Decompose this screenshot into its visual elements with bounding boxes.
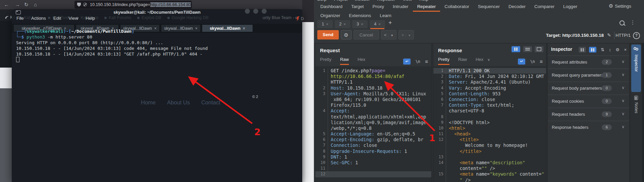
repeater-tab-1[interactable]: 1× [317,20,333,28]
burp-menu-intruder[interactable]: Intruder [355,0,370,2]
tab-decoder[interactable]: Decoder [504,2,530,11]
editor-line[interactable]: 5Accept-Language: en-US,en;q=0.5 [315,131,431,137]
add-tab-button[interactable]: + [388,19,392,26]
tab-organizer[interactable]: Organizer [316,11,344,20]
editor-line[interactable]: 9<!DOCTYPE html> [433,120,546,125]
editor-line[interactable]: </title> [433,149,546,154]
editor-line[interactable]: 6Accept-Encoding: gzip, deflate, br [315,137,431,143]
inspector-section-response-headers[interactable]: Response headers6∨ [548,121,629,134]
burp-menu-project[interactable]: Project [334,0,347,2]
browser-page-sliver[interactable] [302,22,315,182]
chevron-down-icon[interactable]: ∨ [622,72,625,77]
close-tab-icon[interactable]: × [243,26,245,31]
close-tab-icon[interactable]: × [343,22,345,26]
terminal-menu-help[interactable]: Help [86,16,95,21]
layout-columns-button[interactable] [512,46,520,52]
url-text[interactable]: 10.150.150.18/index.php?page=http://10.6… [90,1,191,9]
chevron-down-icon[interactable]: ∨ [622,111,625,116]
insecure-connection-icon[interactable] [83,3,87,6]
back-icon[interactable]: ← [4,1,9,8]
editor-line[interactable]: 10<html> [433,125,546,131]
reload-icon[interactable]: ↻ [24,1,29,8]
send-button[interactable]: Send [317,30,339,39]
word-wrap-icon[interactable]: ↵ [403,59,411,65]
tab-collaborator[interactable]: Collaborator [440,2,474,11]
chevron-down-icon[interactable]: ∨ [622,98,625,103]
tab-target[interactable]: Target [347,2,368,11]
previous-request-button[interactable]: <▼ [381,30,396,39]
editor-line[interactable]: http://10.66.66.154:80/afaf [315,74,431,79]
close-tab-icon[interactable]: × [326,22,328,26]
maximize-button[interactable] [253,9,258,14]
layout-rows-button[interactable] [523,46,532,52]
settings-button[interactable]: ⚙Settings [609,3,631,9]
terminal-output[interactable]: ┌──(skywalker⊛kali)-[~/Documents/PwnTill… [16,28,208,63]
burp-menu-burp[interactable]: Burp [317,0,326,2]
editor-line[interactable]: 9DNT: 1 [315,154,431,160]
editor-line[interactable]: content="" /> [433,166,546,171]
home-icon[interactable]: ⌂ [34,1,37,8]
tab-intruder[interactable]: Intruder [388,2,413,11]
inspector-section-request-cookies[interactable]: Request cookies0∨ [548,95,629,108]
editor-line[interactable]: 4Accept: [315,108,431,114]
gear-icon[interactable]: ⚙ [615,47,620,52]
editor-line[interactable]: 12 <title> [433,137,546,143]
tab-proxy[interactable]: Proxy [368,2,389,11]
request-editor[interactable]: 1GET /index.php?page=http://10.66.66.154… [315,66,431,182]
tab-dashboard[interactable]: Dashboard [316,2,347,11]
tab-hex[interactable]: Hex [358,57,365,64]
editor-line[interactable]: " /> [433,177,546,182]
editor-line[interactable]: 11 <head> [433,131,546,137]
tab-raw[interactable]: Raw [458,57,467,64]
tab-extensions[interactable]: Extensions [344,11,375,20]
editor-line[interactable]: lication/xml;q=0.9,image/avif,image [315,120,431,125]
terminal-menu-file[interactable]: File [16,16,24,21]
tab-comparer[interactable]: Comparer [530,2,559,11]
response-editor[interactable]: 1HTTP/1.1 200 OK2Date: Fri, 14 Jun 2024 … [433,66,546,182]
editor-line[interactable]: 1GET /index.php?page= [315,68,431,74]
tab-raw[interactable]: Raw [340,57,349,65]
editor-line[interactable]: 6Connection: close [433,97,546,102]
editor-line[interactable]: 10Sec-GPC: 1 [315,160,431,166]
editor-line[interactable]: 8 [433,114,546,120]
editor-menu-icon[interactable]: ≡ [425,59,428,64]
help-icon[interactable]: ? [633,32,640,39]
editor-line[interactable]: x86_64; rv:109.0) Gecko/20100101 [315,97,431,102]
chevron-down-icon[interactable]: ∨ [487,58,490,64]
chevron-down-icon[interactable]: ▼ [388,34,393,37]
editor-line[interactable]: text/html,application/xhtml+xml,app [315,114,431,120]
chevron-down-icon[interactable]: ∨ [622,59,625,64]
editor-line[interactable]: 13 [433,154,546,160]
editor-line[interactable]: 7Connection: close [315,143,431,148]
chevron-down-icon[interactable]: ∨ [622,85,625,90]
inspector-dock-left-button[interactable] [579,47,586,53]
repeater-tab-4[interactable]: 4× [370,20,385,28]
editor-line[interactable]: 7Content-Type: text/html; [433,102,546,108]
close-button[interactable] [262,9,267,14]
terminal-menu-edit[interactable]: Edit [53,16,61,21]
editor-line[interactable]: 11 [315,166,431,171]
editor-line[interactable]: Welcome to my homepage! [433,143,546,148]
editor-line[interactable]: 1HTTP/1.1 200 OK [433,68,546,74]
chevron-down-icon[interactable]: ∨ [622,124,625,129]
editor-line[interactable]: Firefox/115.0 [315,102,431,108]
tab-hex[interactable]: Hex [476,57,483,64]
editor-line[interactable]: 4Vary: Accept-Encoding [433,85,546,91]
chevron-down-icon[interactable]: ▼ [406,34,411,37]
send-settings-button[interactable]: ⚙ [341,30,352,39]
editor-line[interactable]: 15 <meta name="keywords" content=" [433,171,546,177]
burp-menu-help[interactable]: Help [419,0,428,2]
layout-single-button[interactable] [535,46,543,52]
forward-icon[interactable]: → [15,1,20,8]
cancel-button[interactable]: Cancel [354,30,379,39]
editor-line[interactable]: 3User-Agent: Mozilla/5.0 (X11; Linux [315,91,431,97]
editor-line[interactable]: 2Date: Fri, 14 Jun 2024 02:10:12 GMT [433,74,546,79]
terminal-titlebar[interactable]: skywalker@kali: ~/Documents/PwnTillDawn [12,9,302,16]
editor-line[interactable]: 3Server: Apache/2.4.41 (Ubuntu) [433,79,546,85]
tab-learn[interactable]: Learn [375,11,396,20]
editor-line[interactable]: 5Content-Length: 953 [433,91,546,97]
url-bar[interactable]: 10.150.150.18/index.php?page=http://10.6… [74,1,192,9]
shield-icon[interactable] [77,3,81,7]
editor-line[interactable]: 2Host: 10.150.150.18 [315,85,431,91]
editor-line[interactable]: 14 <meta name="description" [433,160,546,166]
